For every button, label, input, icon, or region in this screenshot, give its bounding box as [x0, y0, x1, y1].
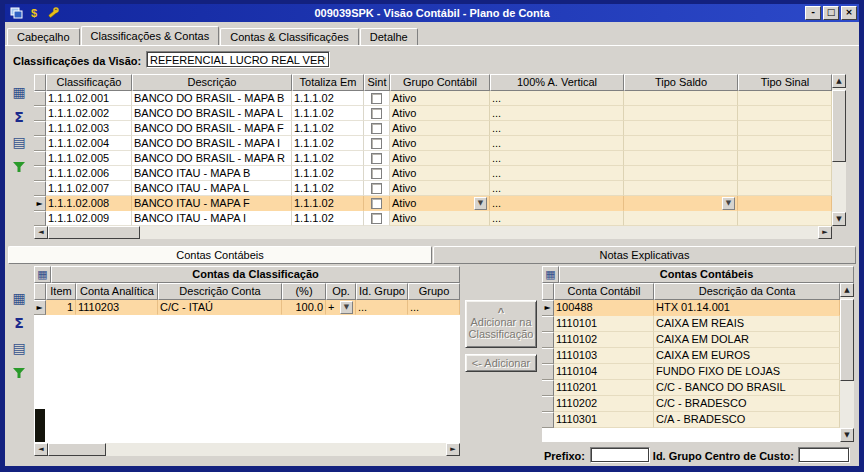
- cell-tipo-sinal[interactable]: [738, 151, 832, 166]
- table-row[interactable]: 1110102 CAIXA EM DOLAR: [542, 332, 854, 348]
- scroll-right-button[interactable]: ►: [818, 226, 832, 239]
- sint-checkbox[interactable]: [371, 168, 382, 179]
- column-header-grupo-contabil[interactable]: Grupo Contábil: [390, 74, 490, 91]
- sint-checkbox[interactable]: [371, 153, 382, 164]
- minimize-button[interactable]: -: [805, 6, 821, 20]
- column-header-pct[interactable]: (%): [282, 283, 326, 300]
- dropdown-button[interactable]: ▼: [340, 301, 353, 314]
- scroll-left-button[interactable]: ◄: [34, 226, 48, 239]
- column-header-descricao-conta[interactable]: Descrição Conta: [158, 283, 282, 300]
- sum-button[interactable]: Σ: [9, 107, 29, 127]
- filter-button[interactable]: [9, 157, 29, 177]
- cell-conta-contabil[interactable]: 1110301: [554, 412, 654, 428]
- cell-tipo-saldo[interactable]: [624, 106, 738, 121]
- cell-totaliza[interactable]: 1.1.1.02: [292, 211, 364, 226]
- cell-tipo-sinal[interactable]: [738, 211, 832, 226]
- table-row[interactable]: 1.1.1.02.005 BANCO DO BRASIL - MAPA R 1.…: [34, 151, 846, 166]
- card-view-button[interactable]: ▤: [9, 132, 29, 152]
- cell-descricao[interactable]: BANCO ITAU - MAPA F: [132, 196, 292, 211]
- column-header-tipo-saldo[interactable]: Tipo Saldo: [624, 74, 738, 91]
- scroll-right-button[interactable]: ►: [446, 443, 460, 456]
- cell-totaliza[interactable]: 1.1.1.02: [292, 91, 364, 106]
- cell-descricao[interactable]: BANCO DO BRASIL - MAPA I: [132, 136, 292, 151]
- column-header-tipo-sinal[interactable]: Tipo Sinal: [738, 74, 832, 91]
- cell-totaliza[interactable]: 1.1.1.02: [292, 136, 364, 151]
- cell-grupo-contabil[interactable]: Ativo: [390, 91, 490, 106]
- table-row[interactable]: 1110104 FUNDO FIXO DE LOJAS: [542, 364, 854, 380]
- column-header-descricao-da-conta[interactable]: Descrição da Conta: [654, 283, 840, 300]
- cell-tipo-sinal[interactable]: [738, 121, 832, 136]
- sint-checkbox[interactable]: [371, 108, 382, 119]
- cell-sint[interactable]: [364, 151, 390, 166]
- table-row-selected[interactable]: ► 1.1.1.02.008 BANCO ITAU - MAPA F 1.1.1…: [34, 196, 846, 211]
- table-row[interactable]: 1.1.1.02.009 BANCO ITAU - MAPA I 1.1.1.0…: [34, 211, 846, 226]
- column-header-conta-analitica[interactable]: Conta Analítica: [76, 283, 158, 300]
- column-header-id-grupo[interactable]: Id. Grupo: [356, 283, 408, 300]
- scroll-up-button[interactable]: ▲: [840, 283, 854, 297]
- cell-grupo-contabil[interactable]: Ativo: [390, 181, 490, 196]
- cell-descricao[interactable]: BANCO DO BRASIL - MAPA L: [132, 106, 292, 121]
- cell-classificacao[interactable]: 1.1.1.02.002: [46, 106, 132, 121]
- cell-sint[interactable]: [364, 121, 390, 136]
- column-header-av[interactable]: 100% A. Vertical: [490, 74, 624, 91]
- cell-tipo-saldo[interactable]: [624, 211, 738, 226]
- cell-tipo-saldo[interactable]: [624, 166, 738, 181]
- cell-av[interactable]: ...: [490, 136, 624, 151]
- column-header-descricao[interactable]: Descrição: [132, 74, 292, 91]
- tab-contas-classificacoes[interactable]: Contas & Classificações: [220, 28, 359, 45]
- cell-grupo[interactable]: ...: [408, 300, 460, 315]
- scroll-up-button[interactable]: ▲: [832, 74, 846, 88]
- cell-tipo-saldo[interactable]: [624, 136, 738, 151]
- scroll-down-button[interactable]: ▼: [840, 428, 854, 442]
- cell-sint[interactable]: [364, 196, 390, 211]
- column-customize-button[interactable]: ▦: [34, 266, 51, 283]
- export-grid-button[interactable]: ▦: [9, 288, 29, 308]
- dropdown-button[interactable]: ▼: [474, 197, 487, 210]
- cell-classificacao[interactable]: 1.1.1.02.008: [46, 196, 132, 211]
- column-header-totaliza-em[interactable]: Totaliza Em: [292, 74, 364, 91]
- cell-grupo-contabil[interactable]: Ativo: [390, 136, 490, 151]
- wrench-icon[interactable]: [44, 6, 60, 20]
- cell-item[interactable]: 1: [46, 300, 76, 315]
- tab-cabecalho[interactable]: Cabeçalho: [7, 28, 80, 45]
- cell-tipo-sinal[interactable]: [738, 181, 832, 196]
- cell-sint[interactable]: [364, 91, 390, 106]
- cell-classificacao[interactable]: 1.1.1.02.003: [46, 121, 132, 136]
- cell-sint[interactable]: [364, 106, 390, 121]
- cell-av[interactable]: ...: [490, 121, 624, 136]
- maximize-button[interactable]: □: [823, 6, 839, 20]
- cell-totaliza[interactable]: 1.1.1.02: [292, 151, 364, 166]
- cell-tipo-sinal[interactable]: [738, 91, 832, 106]
- table-row[interactable]: 1.1.1.02.007 BANCO ITAU - MAPA L 1.1.1.0…: [34, 181, 846, 196]
- cell-conta-contabil[interactable]: 1110201: [554, 380, 654, 396]
- cell-conta-contabil[interactable]: 1110102: [554, 332, 654, 348]
- cell-tipo-sinal[interactable]: [738, 106, 832, 121]
- money-icon[interactable]: $: [26, 6, 42, 20]
- cell-classificacao[interactable]: 1.1.1.02.004: [46, 136, 132, 151]
- cell-sint[interactable]: [364, 166, 390, 181]
- scroll-down-button[interactable]: ▼: [832, 212, 846, 226]
- cell-classificacao[interactable]: 1.1.1.02.005: [46, 151, 132, 166]
- adicionar-button[interactable]: <- Adicionar: [465, 354, 537, 372]
- cell-descricao[interactable]: BANCO DO BRASIL - MAPA B: [132, 91, 292, 106]
- app-windows-icon[interactable]: [8, 6, 24, 20]
- cell-av[interactable]: ...: [490, 181, 624, 196]
- vertical-scrollbar[interactable]: ▲ ▼: [840, 283, 854, 442]
- table-row[interactable]: 1110301 C/A - BRADESCO: [542, 412, 854, 428]
- cell-tipo-sinal[interactable]: [738, 166, 832, 181]
- sint-checkbox[interactable]: [371, 183, 382, 194]
- cell-tipo-saldo[interactable]: [624, 121, 738, 136]
- cell-descricao-conta[interactable]: HTX 01.14.001: [654, 300, 840, 316]
- cell-totaliza[interactable]: 1.1.1.02: [292, 106, 364, 121]
- column-header-op[interactable]: Op.: [326, 283, 356, 300]
- cell-descricao-conta[interactable]: CAIXA EM DOLAR: [654, 332, 840, 348]
- cell-tipo-sinal[interactable]: [738, 196, 832, 211]
- cell-id-grupo[interactable]: ...: [356, 300, 408, 315]
- vertical-scrollbar[interactable]: ▲ ▼: [832, 74, 846, 226]
- id-grupo-centro-custo-input[interactable]: [798, 447, 850, 463]
- cell-descricao-conta[interactable]: C/C - BANCO DO BRASIL: [654, 380, 840, 396]
- cell-conta-contabil[interactable]: 1110101: [554, 316, 654, 332]
- table-row[interactable]: 1110201 C/C - BANCO DO BRASIL: [542, 380, 854, 396]
- cell-grupo-contabil[interactable]: Ativo: [390, 166, 490, 181]
- cell-conta-contabil[interactable]: 1110202: [554, 396, 654, 412]
